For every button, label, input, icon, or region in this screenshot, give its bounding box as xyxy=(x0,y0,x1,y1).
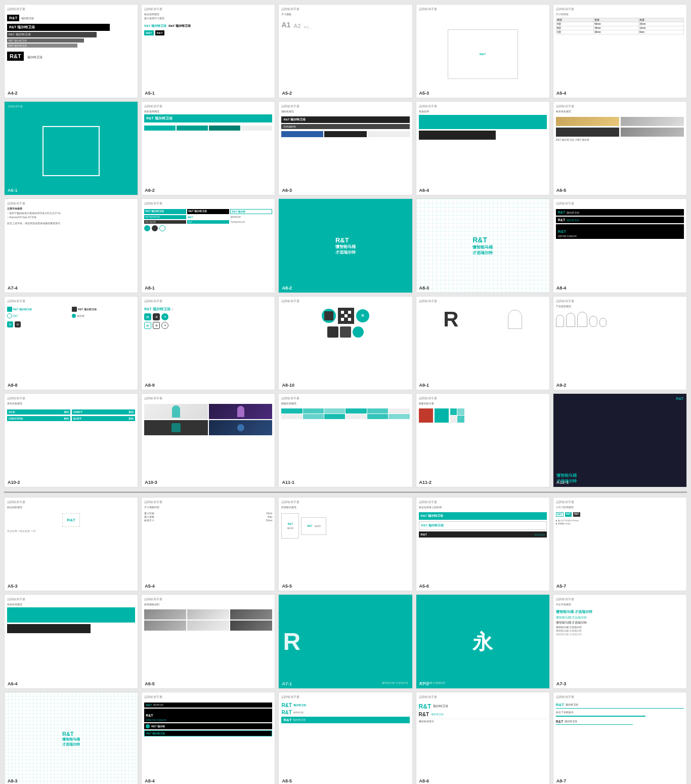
slogan2-3: 才选瑞尔特 xyxy=(62,742,80,747)
card-label-a5-1: A5-1 xyxy=(145,91,155,96)
card-a6-4[interactable]: 品牌标准手册 色块应用 A6-4 xyxy=(416,101,550,195)
card-a6-5b[interactable]: 品牌标准手册 材质规格说明 A6-5 xyxy=(141,594,275,688)
tile-11 xyxy=(367,414,388,419)
card-a6-4b[interactable]: 品牌标准手册 色块应用规范 A6-4 xyxy=(4,594,138,688)
card-a5-6[interactable]: 品牌标准手册 标志在矩形上的应用 R&T 瑞尔特卫浴 R&T 瑞尔特卫浴 R&T… xyxy=(416,497,550,591)
top-meta-a5-6: 品牌标准手册 xyxy=(419,500,547,505)
card-a8-3b[interactable]: R&T 懂智能马桶 才选瑞尔特 A8-3 xyxy=(4,692,138,784)
card-a5-1[interactable]: 品牌标准手册 标志使用规范最小使用尺寸规范 R&T 瑞尔特卫浴 R&T 瑞尔特卫… xyxy=(141,4,275,98)
card-a9-2[interactable]: 品牌标准手册 产品造型规范 A9-2 xyxy=(553,296,687,390)
logo-rect-teal: R&T 瑞尔特卫浴 xyxy=(419,512,547,520)
brand-logos-row: R&T 瑞尔特卫浴 | R&T 瑞尔特 xyxy=(556,138,684,141)
black-swatch xyxy=(324,131,366,137)
tile-7 xyxy=(281,414,302,419)
card-a4-2[interactable]: 品牌标准手册 R&T 瑞尔特卫浴 R&T 瑞尔特卫浴 R&T 瑞尔特卫浴 R&T… xyxy=(4,4,138,98)
card-a6-3[interactable]: 品牌标准手册 辅助色规范 R&T 瑞尔特卫浴 深色辅助色 A6-3 xyxy=(278,101,412,195)
card-a7-1[interactable]: R 懂智能马桶 才选瑞尔特 A7-1 xyxy=(278,594,412,688)
card-a8-5[interactable]: 品牌标准手册 R&T 瑞尔特卫浴 R&T 瑞尔特卫浴 xyxy=(278,692,412,784)
logo-on-rect-title: 标志在矩形上的应用 xyxy=(419,506,547,509)
card-a9-1[interactable]: 品牌标准手册 R A9-1 xyxy=(416,296,550,390)
series-ace: ACE系列 xyxy=(7,409,70,415)
size-row-1: 最小印刷15mm xyxy=(144,512,272,515)
red-tile-swatch xyxy=(419,408,433,423)
top-meta-a8-6: 品牌标准手册 xyxy=(419,695,547,699)
card-a8-4b[interactable]: 品牌标准手册 R&T 瑞尔特卫浴 R&T 懂智能马桶 才选瑞尔特 R&T 瑞尔特 xyxy=(141,692,275,784)
logo-with-icon-1: R&T 瑞尔特卫浴 xyxy=(7,307,70,312)
card-a5-7[interactable]: 品牌标准手册 小尺寸应用规范 R&T R&T R&T ■最小尺寸不得小于8mm … xyxy=(553,497,687,591)
card-label-a8-8: A8-8 xyxy=(8,383,18,388)
card-a8-1[interactable]: 品牌标准手册 R&T 瑞尔特卫浴 R&T 瑞尔特卫浴 R&T 瑞尔特 R&T 瑞… xyxy=(141,198,275,293)
tile-9 xyxy=(324,414,345,419)
card-a5-5[interactable]: 品牌标准手册 矩形版式规范 R&T 瑞尔特 R&T 瑞尔特 A5-5 xyxy=(278,497,412,591)
spacing-box: R&T xyxy=(448,29,518,79)
top-meta-a6-5: 品牌标准手册 xyxy=(556,104,684,109)
chinese-char-yong: 永 xyxy=(472,632,493,652)
card-a5-2[interactable]: 品牌标准手册 尺寸规格 A1 A2 A3... A5-2 xyxy=(278,4,412,98)
slogan-big-3: 才选瑞尔特 xyxy=(335,250,356,255)
dashed-box: R&T xyxy=(62,513,79,527)
multi-tile-swatch xyxy=(450,408,464,423)
card-a5-4b[interactable]: 品牌标准手册 尺寸规格对照 最小印刷15mm 最小屏幕40px 标准尺寸50mm… xyxy=(141,497,275,591)
card-label-a7-2: A7-2 xyxy=(419,681,429,686)
card-a8-10[interactable]: 品牌标准手册 R xyxy=(278,296,412,390)
dark-spec-title: 辅助色规范 xyxy=(281,110,409,113)
card-a7-3[interactable]: 品牌标准手册 中文字体规范 懂智能马桶 才选瑞尔特 懂智能马桶 才品瑞尔特 懂智… xyxy=(553,594,687,688)
size-spec-text: 尺寸规格 xyxy=(281,13,409,16)
card-label-a7-3: A7-3 xyxy=(556,681,567,686)
white-swatch xyxy=(368,131,410,137)
card-a12-1[interactable]: R&T 懂智能马桶才选瑞尔特 A12-1 xyxy=(553,393,687,487)
card-label-a9-2: A9-2 xyxy=(556,383,567,388)
card-a8-2[interactable]: R&T 懂智能马桶 才选瑞尔特 A8-2 xyxy=(278,198,412,293)
card-a11-1[interactable]: 品牌标准手册 图案应用规范 A11-1 xyxy=(278,393,412,487)
tile-1 xyxy=(281,408,302,414)
guidelines-text: 标志使用规范最小使用尺寸规范 xyxy=(144,13,272,20)
card-label-a5-4: A5-4 xyxy=(556,91,567,96)
logo-v3: R&T 瑞尔特 xyxy=(230,209,272,214)
card-a8-9[interactable]: 品牌标准手册 R&T 瑞尔特卫浴 | ▤ ⊕ ✦ ▤ ⊕ ✦ xyxy=(141,296,275,390)
card-label-a4-2: A4-2 xyxy=(8,91,18,96)
arch-title: 产品造型规范 xyxy=(556,305,684,308)
tile-12 xyxy=(388,414,409,419)
card-label-a8-5: A8-5 xyxy=(282,778,292,783)
card-a11-2[interactable]: 品牌标准手册 图案色彩方案 A11-2 xyxy=(416,393,550,487)
card-label-a12-1: A12-1 xyxy=(556,480,569,485)
top-meta-a9-1: 品牌标准手册 xyxy=(419,299,547,304)
card-a5-3b[interactable]: 品牌标准手册 标志间距规范 R&T 安全距离 = 标志高度 × 1/2 A5-3 xyxy=(4,497,138,591)
top-meta-a9-2: 品牌标准手册 xyxy=(556,299,684,304)
teal-tile-swatch xyxy=(435,408,449,423)
top-meta-a8-5: 品牌标准手册 xyxy=(281,695,409,699)
card-a7-2[interactable]: 永 懂智能马桶 才选瑞尔特 A7-2 xyxy=(416,594,550,688)
oval-2 xyxy=(599,318,607,327)
black-logo-row-3: R&T 智能马桶 才选瑞尔特 xyxy=(556,224,684,239)
top-meta-a5-2: 品牌标准手册 xyxy=(281,7,409,12)
card-a8-4[interactable]: 品牌标准手册 R&T 瑞尔特卫浴 R&T 瑞尔特卫浴 R&T 智能马桶 才选瑞尔… xyxy=(553,198,687,293)
card-label-a8-6: A8-6 xyxy=(419,778,429,783)
card-label-a11-2: A11-2 xyxy=(419,480,432,485)
row-separator-1 xyxy=(4,491,687,493)
card-a8-3[interactable]: R&T 懂智能马桶 才选瑞尔特 A8-3 xyxy=(416,198,550,293)
card-a10-3[interactable]: 品牌标准手册 A10-3 xyxy=(141,393,275,487)
card-label-a5-5: A5-5 xyxy=(282,584,292,589)
white-square-outline xyxy=(42,126,100,176)
rt-logo-lightgray: R&T 瑞尔特卫浴 xyxy=(7,44,77,48)
card-a5-4[interactable]: 品牌标准手册 尺寸对照表 类型 宽度 高度 A型50mm15mm B型40mm1… xyxy=(553,4,687,98)
icons-row-med-2: ▤ ⊕ ✦ xyxy=(144,322,272,329)
top-meta-a5-3b: 品牌标准手册 xyxy=(7,500,135,505)
top-meta-a6-4: 品牌标准手册 xyxy=(419,104,547,109)
slogan2-1: R&T xyxy=(62,731,80,737)
card-a8-8[interactable]: 品牌标准手册 R&T 瑞尔特卫浴 R&T 瑞尔特卫浴 R&T xyxy=(4,296,138,390)
card-a7-4[interactable]: 品牌标准手册 正黑字体推荐 ○ 使用下载的标准方黑体应用字体大约方正27-A1 … xyxy=(4,198,138,293)
card-a8-7[interactable]: 品牌标准手册 R&T 瑞尔特卫浴 标志下划线版本 R&T 瑞尔特卫浴 A8-7 xyxy=(553,692,687,784)
card-a6-1[interactable]: 品牌标准手册 A6-1 xyxy=(4,101,138,195)
card-a10-2[interactable]: 品牌标准手册 系列名称规范 ACE系列 UNIFY系列 CREATION系列 B… xyxy=(4,393,138,487)
typo-title: 正黑字体推荐 xyxy=(7,207,135,210)
card-a6-2[interactable]: 品牌标准手册 色彩使用规范 R&T 瑞尔特卫浴 A6-2 xyxy=(141,101,275,195)
logo-bar-teal-2: R&T 瑞尔特卫浴 xyxy=(556,720,684,723)
brand-cn-2: 瑞尔特卫浴 xyxy=(27,55,42,60)
card-a6-5[interactable]: 品牌标准手册 材质色彩规范 R&T 瑞尔特卫浴 | R&T 瑞尔特 A6-5 xyxy=(553,101,687,195)
top-meta-a8-7: 品牌标准手册 xyxy=(556,695,684,699)
top-meta-a5-3: 品牌标准手册 xyxy=(419,7,547,12)
card-a8-6[interactable]: 品牌标准手册 R&T 瑞尔特卫浴 R&T 瑞尔特卫浴 横排标准形式 A8-6 xyxy=(416,692,550,784)
rt-big-logo: R&T xyxy=(7,52,24,61)
card-a5-3[interactable]: 品牌标准手册 R&T A5-3 xyxy=(416,4,550,98)
